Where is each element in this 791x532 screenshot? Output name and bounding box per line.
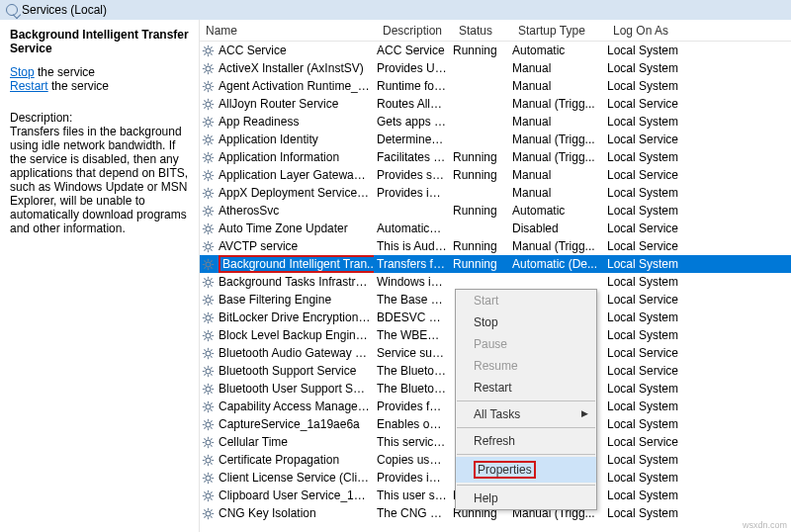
- service-description: Provides sup...: [374, 168, 450, 182]
- svg-line-215: [211, 456, 212, 457]
- service-name[interactable]: Base Filtering Engine: [216, 293, 374, 307]
- svg-line-176: [204, 385, 205, 386]
- service-name[interactable]: Application Identity: [216, 133, 374, 146]
- service-name[interactable]: BitLocker Drive Encryption S...: [216, 310, 374, 324]
- svg-line-178: [204, 392, 205, 393]
- service-description: Provides infr...: [374, 186, 450, 200]
- col-description[interactable]: Description: [377, 21, 453, 41]
- svg-line-177: [211, 392, 212, 393]
- stop-service-link[interactable]: Stop: [10, 65, 35, 79]
- col-name[interactable]: Name: [200, 21, 377, 41]
- service-startup: Manual: [509, 79, 604, 93]
- service-description: The Base Filt...: [374, 293, 450, 307]
- table-row[interactable]: AllJoyn Router ServiceRoutes AllJo...Man…: [200, 95, 791, 113]
- table-row[interactable]: AtherosSvcRunningAutomaticLocal System: [200, 202, 791, 220]
- service-name[interactable]: Application Information: [216, 150, 374, 164]
- svg-line-196: [204, 427, 205, 428]
- gear-icon: [200, 187, 216, 200]
- gear-icon: [200, 294, 216, 307]
- svg-point-18: [206, 84, 211, 89]
- service-name[interactable]: Block Level Backup Engine S...: [216, 328, 374, 342]
- svg-line-123: [211, 285, 212, 286]
- menu-restart[interactable]: Restart: [456, 377, 596, 399]
- service-name[interactable]: Application Layer Gateway S...: [216, 168, 374, 182]
- svg-line-50: [204, 135, 205, 136]
- menu-properties[interactable]: Properties: [456, 457, 596, 483]
- gear-icon: [200, 418, 216, 431]
- table-row[interactable]: Application InformationFacilitates th...…: [200, 148, 791, 166]
- menu-all-tasks[interactable]: All Tasks▶: [456, 403, 596, 425]
- service-description: Automaticall...: [374, 222, 450, 235]
- svg-line-132: [211, 303, 212, 304]
- service-name[interactable]: AllJoyn Router Service: [216, 97, 374, 111]
- svg-line-231: [211, 498, 212, 499]
- service-name[interactable]: Client License Service (ClipSV...: [216, 471, 374, 485]
- service-description: ACC Service: [374, 44, 450, 57]
- svg-point-117: [206, 280, 211, 285]
- service-logon: Local System: [604, 79, 703, 93]
- col-logon-as[interactable]: Log On As: [607, 21, 706, 41]
- menu-help[interactable]: Help: [456, 488, 596, 509]
- svg-point-99: [206, 244, 211, 249]
- svg-line-98: [211, 224, 212, 225]
- col-status[interactable]: Status: [453, 21, 512, 41]
- service-name[interactable]: AtherosSvc: [216, 204, 374, 218]
- service-name[interactable]: AppX Deployment Service (A...: [216, 186, 374, 200]
- table-row[interactable]: Application IdentityDetermines ...Manual…: [200, 131, 791, 148]
- col-startup-type[interactable]: Startup Type: [512, 21, 607, 41]
- service-name[interactable]: Cellular Time: [216, 435, 374, 449]
- table-row[interactable]: ActiveX Installer (AxInstSV)Provides Use…: [200, 59, 791, 77]
- svg-line-114: [211, 267, 212, 268]
- service-name[interactable]: Bluetooth Support Service: [216, 364, 374, 378]
- table-row[interactable]: AppX Deployment Service (A...Provides in…: [200, 184, 791, 202]
- svg-line-5: [204, 46, 205, 47]
- svg-line-230: [204, 491, 205, 492]
- service-logon: Local Service: [604, 133, 703, 146]
- service-logon: Local System: [604, 471, 703, 485]
- service-status: Running: [450, 257, 509, 271]
- service-name[interactable]: CaptureService_1a19ae6a: [216, 417, 374, 431]
- description-text: Transfers files in the background using …: [10, 125, 189, 235]
- service-name[interactable]: Background Tasks Infrastruc...: [216, 275, 374, 289]
- service-description: Windows inf...: [374, 275, 450, 289]
- service-description: This is Audio...: [374, 239, 450, 253]
- table-row[interactable]: Background Intelligent Tran...Transfers …: [200, 255, 791, 273]
- svg-line-15: [211, 71, 212, 72]
- table-row[interactable]: Agent Activation Runtime_1...Runtime for…: [200, 77, 791, 95]
- table-row[interactable]: Application Layer Gateway S...Provides s…: [200, 166, 791, 184]
- service-name[interactable]: Bluetooth User Support Serv...: [216, 382, 374, 396]
- service-name[interactable]: AVCTP service: [216, 239, 374, 253]
- service-name[interactable]: ACC Service: [216, 44, 374, 57]
- table-row[interactable]: App ReadinessGets apps re...ManualLocal …: [200, 113, 791, 131]
- gear-icon: [200, 116, 216, 129]
- svg-line-160: [204, 356, 205, 357]
- svg-line-125: [211, 278, 212, 279]
- gear-icon: [200, 80, 216, 93]
- menu-refresh[interactable]: Refresh: [456, 430, 596, 452]
- service-name[interactable]: App Readiness: [216, 115, 374, 129]
- service-description: This user ser...: [374, 488, 450, 502]
- service-name[interactable]: Certificate Propagation: [216, 453, 374, 467]
- service-name[interactable]: CNG Key Isolation: [216, 506, 374, 520]
- table-row[interactable]: ACC ServiceACC ServiceRunningAutomaticLo…: [200, 42, 791, 59]
- service-name[interactable]: Agent Activation Runtime_1...: [216, 79, 374, 93]
- svg-point-81: [206, 209, 211, 214]
- service-name[interactable]: Clipboard User Service_1a19...: [216, 488, 374, 502]
- restart-service-link[interactable]: Restart: [10, 79, 48, 93]
- service-name[interactable]: Bluetooth Audio Gateway Se...: [216, 346, 374, 360]
- service-logon: Local System: [604, 204, 703, 218]
- table-row[interactable]: AVCTP serviceThis is Audio...RunningManu…: [200, 237, 791, 255]
- service-logon: Local Service: [604, 168, 703, 182]
- service-name[interactable]: Capability Access Manager S...: [216, 399, 374, 413]
- service-name[interactable]: Auto Time Zone Updater: [216, 222, 374, 235]
- svg-point-90: [206, 226, 211, 231]
- service-name[interactable]: Background Intelligent Tran...: [216, 255, 374, 273]
- svg-line-87: [211, 214, 212, 215]
- menu-stop[interactable]: Stop: [456, 311, 596, 333]
- table-row[interactable]: Auto Time Zone UpdaterAutomaticall...Dis…: [200, 220, 791, 237]
- header-title: Services (Local): [22, 3, 107, 17]
- column-headers[interactable]: Name Description Status Startup Type Log…: [200, 20, 791, 42]
- service-logon: Local System: [604, 61, 703, 75]
- service-startup: Manual (Trigg...: [509, 133, 604, 146]
- service-name[interactable]: ActiveX Installer (AxInstSV): [216, 61, 374, 75]
